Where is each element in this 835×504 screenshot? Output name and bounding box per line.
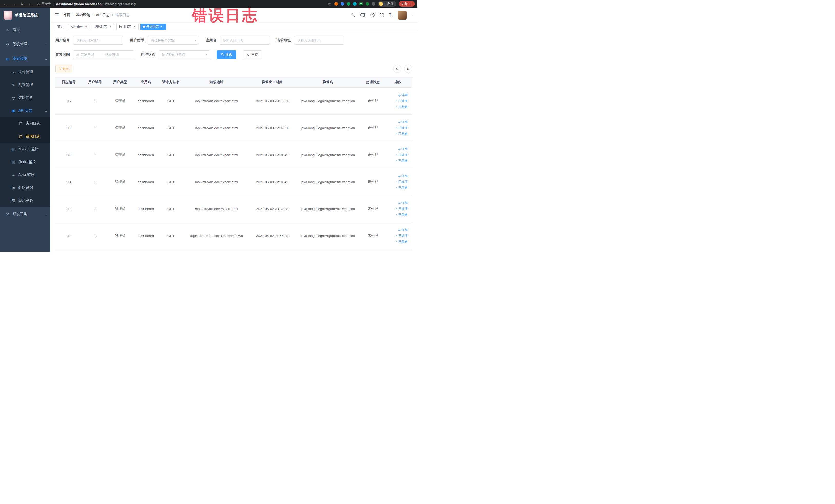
processed-link[interactable]: ✓已处理 xyxy=(395,153,408,157)
sidebar-item-home[interactable]: ⌂ 首页 xyxy=(0,23,50,37)
cell-exception: java.lang.IllegalArgumentException xyxy=(294,141,362,168)
extension-icon-3[interactable] xyxy=(347,2,350,6)
process-status-select[interactable]: 请选择处理状态 ▾ xyxy=(159,50,210,59)
check-icon: ✓ xyxy=(395,105,398,108)
user-id-input[interactable] xyxy=(73,36,123,45)
profile-chip[interactable]: 已暂停 xyxy=(378,1,396,7)
tag-close-icon[interactable]: × xyxy=(84,25,88,28)
search-button[interactable]: 搜索 xyxy=(217,50,236,59)
sidebar-item-dev-tools[interactable]: ⚒ 研发工具 ▾ xyxy=(0,207,50,221)
ignored-link[interactable]: ✓已忽略 xyxy=(395,132,408,136)
extension-icon-5[interactable] xyxy=(366,2,369,6)
sidebar-item-error-log[interactable]: ▢ 错误日志 xyxy=(0,130,50,143)
col-user-type: 用户类型 xyxy=(108,77,132,87)
user-avatar[interactable] xyxy=(398,11,407,20)
chevron-up-icon: ▴ xyxy=(45,109,47,112)
export-button[interactable]: ↧ 导出 xyxy=(56,65,72,73)
detail-link[interactable]: ◎详细 xyxy=(398,174,408,178)
breadcrumb-home[interactable]: 首页 xyxy=(63,13,70,18)
cell-user-type: 管理员 xyxy=(108,168,132,195)
detail-link[interactable]: ◎详细 xyxy=(398,120,408,124)
ignored-link[interactable]: ✓已忽略 xyxy=(395,240,408,244)
detail-link[interactable]: ◎详细 xyxy=(398,147,408,151)
cell-log-id: 114 xyxy=(56,168,82,195)
tag-dispatch-log[interactable]: 调度日志 × xyxy=(92,24,115,30)
start-date-input[interactable] xyxy=(81,53,101,57)
fullscreen-icon[interactable] xyxy=(380,13,384,18)
sidebar-item-redis-monitor[interactable]: ▥ Redis 监控 xyxy=(0,156,50,168)
browser-home-icon[interactable]: ⌂ xyxy=(27,2,33,6)
reset-button[interactable]: ↻ 重置 xyxy=(243,50,262,59)
github-icon[interactable] xyxy=(360,13,365,18)
caret-down-icon[interactable]: ▾ xyxy=(411,14,413,16)
processed-link[interactable]: ✓已处理 xyxy=(395,234,408,238)
ignored-link[interactable]: ✓已忽略 xyxy=(395,159,408,163)
detail-link[interactable]: ◎详细 xyxy=(398,228,408,232)
logo-title: 芋道管理系统 xyxy=(15,13,38,18)
cell-user-type: 管理员 xyxy=(108,222,132,249)
sidebar-item-api-logs[interactable]: ▣ API 日志 ▴ xyxy=(0,104,50,117)
browser-back-icon[interactable]: ← xyxy=(3,2,8,6)
sidebar-item-log-center[interactable]: ▧ 日志中心 xyxy=(0,194,50,207)
sidebar-item-trace[interactable]: ◎ 链路追踪 xyxy=(0,181,50,194)
refresh-button[interactable]: ↻ xyxy=(404,65,412,73)
browser-forward-icon[interactable]: → xyxy=(11,2,16,6)
date-range-picker[interactable]: ⊞ - xyxy=(73,50,134,59)
tag-access-log[interactable]: 访问日志 × xyxy=(116,24,139,30)
extension-icon-4[interactable] xyxy=(353,2,357,6)
detail-link[interactable]: ◎详细 xyxy=(398,201,408,205)
user-type-select[interactable]: 请选择用户类型 ▾ xyxy=(148,36,199,45)
browser-update-button[interactable]: 更新 ⋮ xyxy=(399,1,415,7)
sidebar-item-mysql-monitor[interactable]: ▦ MySQL 监控 xyxy=(0,143,50,156)
processed-link-label: 已处理 xyxy=(399,207,408,211)
extensions-puzzle-icon[interactable] xyxy=(372,2,375,6)
search-toggle-button[interactable] xyxy=(393,65,402,73)
sidebar-item-infrastructure[interactable]: ▤ 基础设施 ▴ xyxy=(0,52,50,66)
tag-error-log[interactable]: 错误日志 × xyxy=(140,24,166,30)
sidebar-item-system-mgmt[interactable]: ⚙ 系统管理 ▾ xyxy=(0,37,50,52)
app-name-label: 应用名 xyxy=(206,38,217,43)
font-size-icon[interactable]: TT xyxy=(389,13,393,18)
col-status: 处理状态 xyxy=(362,77,384,87)
breadcrumb-infrastructure[interactable]: 基础设施 xyxy=(76,13,90,18)
request-url-input[interactable] xyxy=(294,36,344,45)
tag-close-icon[interactable]: × xyxy=(133,25,136,28)
app-name-input[interactable] xyxy=(220,36,270,45)
processed-link[interactable]: ✓已处理 xyxy=(395,126,408,130)
detail-link[interactable]: ◎详细 xyxy=(398,93,408,97)
processed-link[interactable]: ✓已处理 xyxy=(395,207,408,211)
hamburger-icon[interactable]: ☰ xyxy=(55,12,59,18)
sidebar-item-java-monitor[interactable]: ☕ Java 监控 xyxy=(0,168,50,181)
font-size-small: T xyxy=(391,15,393,18)
cell-user-type: 管理员 xyxy=(108,115,132,141)
search-icon[interactable] xyxy=(351,13,355,18)
logo: 芋道管理系统 xyxy=(0,8,50,23)
tag-scheduled-tasks[interactable]: 定时任务 × xyxy=(68,24,90,30)
sidebar-item-scheduled-tasks[interactable]: ◷ 定时任务 xyxy=(0,92,50,104)
ignored-link[interactable]: ✓已忽略 xyxy=(395,186,408,190)
tag-home[interactable]: 首页 xyxy=(55,24,66,30)
help-icon[interactable]: ? xyxy=(370,13,374,17)
end-date-input[interactable] xyxy=(105,53,125,57)
tag-close-icon[interactable]: × xyxy=(108,25,112,28)
calendar-icon: ⊞ xyxy=(76,53,79,57)
bookmark-star-icon[interactable]: ☆ xyxy=(326,2,332,6)
processed-link[interactable]: ✓已处理 xyxy=(395,99,408,103)
sidebar-item-file-mgmt[interactable]: ☁ 文件管理 xyxy=(0,66,50,79)
address-bar[interactable]: ⚠ 不安全 | dashboard.yudao.iocoder.cn /infr… xyxy=(36,2,324,6)
sidebar-item-config-mgmt[interactable]: ✎ 配置管理 xyxy=(0,79,50,92)
extension-on-badge[interactable]: on xyxy=(359,2,363,5)
extension-icon-1[interactable] xyxy=(334,2,338,6)
security-chip[interactable]: ⚠ 不安全 xyxy=(37,2,51,6)
table-row: 113 1 管理员 dashboard GET /api/infra/db-do… xyxy=(56,195,412,222)
sidebar-item-access-log[interactable]: ▢ 访问日志 xyxy=(0,117,50,130)
ignored-link[interactable]: ✓已忽略 xyxy=(395,105,408,109)
ignored-link[interactable]: ✓已忽略 xyxy=(395,213,408,217)
processed-link[interactable]: ✓已处理 xyxy=(395,180,408,184)
tag-close-icon[interactable]: × xyxy=(160,25,163,28)
extension-icon-2[interactable] xyxy=(341,2,344,6)
browser-reload-icon[interactable]: ↻ xyxy=(19,2,25,6)
header-actions: ? TT ▾ xyxy=(351,11,413,20)
breadcrumb-api-logs[interactable]: API 日志 xyxy=(96,13,109,18)
export-button-label: 导出 xyxy=(63,67,69,71)
